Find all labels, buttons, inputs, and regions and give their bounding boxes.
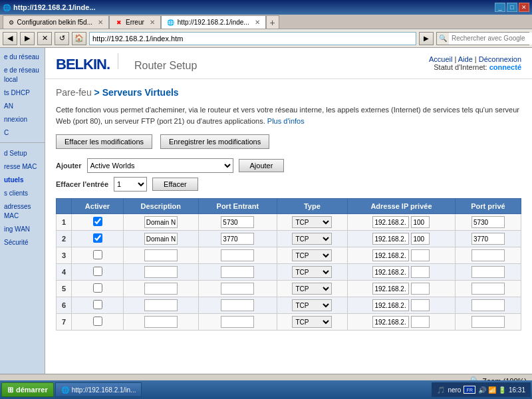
row-port-priv-4[interactable] [455,281,521,297]
search-input[interactable] [449,33,532,45]
taskbar-item-browser[interactable]: 🌐 http://192.168.2.1/in... [55,382,142,397]
sidebar-item-setup[interactable]: d Setup [0,147,45,160]
port-in-input-6[interactable] [221,316,254,328]
row-port-in-5[interactable] [198,297,277,314]
nav-accueil[interactable]: Accueil [429,55,452,63]
ip-input-5[interactable] [372,299,409,311]
ip-input-0[interactable] [372,216,409,228]
row-desc-3[interactable] [123,264,198,281]
port-in-input-0[interactable] [221,216,254,228]
row-ip-2[interactable] [348,247,456,264]
sidebar-item-network[interactable]: e du réseau [0,51,45,64]
sidebar-item-mac-addrs[interactable]: adresses MAC [0,200,45,223]
row-port-priv-6[interactable] [455,314,521,331]
port-priv-input-0[interactable] [471,216,505,228]
sidebar-item-clients[interactable]: s clients [0,187,45,200]
ip-input-4[interactable] [372,283,409,295]
ip-last-input-3[interactable] [411,266,430,278]
row-type-3[interactable]: TCP UDP Both [277,264,347,281]
row-ip-5[interactable] [348,297,456,314]
row-ip-3[interactable] [348,264,456,281]
clear-button[interactable]: Effacer les modifications [56,134,152,149]
activer-checkbox-3[interactable] [93,267,102,276]
port-priv-input-5[interactable] [471,299,505,311]
tab-1[interactable]: ✖ Erreur ✕ [109,15,161,29]
row-ip-6[interactable] [348,314,456,331]
sidebar-item-lan[interactable]: e de réseau local [0,64,45,86]
nav-deconnexion[interactable]: Déconnexion [479,55,521,63]
new-tab-button[interactable]: + [266,15,279,29]
row-port-in-2[interactable] [198,247,277,264]
close-button[interactable]: ✕ [519,3,529,12]
add-entry-button[interactable]: Ajouter [239,159,285,172]
sidebar-item-wan[interactable]: AN [0,100,45,113]
ip-last-input-0[interactable] [411,216,430,228]
delete-entry-button[interactable]: Effacer [152,178,198,191]
row-desc-1[interactable] [123,231,198,247]
back-button[interactable]: ◀ [3,32,17,45]
maximize-button[interactable]: □ [507,3,517,12]
type-select-0[interactable]: TCP UDP Both [292,216,332,228]
ip-last-input-2[interactable] [411,249,430,261]
start-button[interactable]: ⊞ démarrer [1,382,54,397]
description-input-2[interactable] [144,249,178,261]
row-ip-0[interactable] [348,214,456,231]
port-priv-input-1[interactable] [471,233,505,245]
type-select-5[interactable]: TCP UDP Both [292,299,332,311]
ip-input-6[interactable] [372,316,409,328]
row-desc-2[interactable] [123,247,198,264]
ip-input-3[interactable] [372,266,409,278]
activer-checkbox-5[interactable] [93,300,102,309]
tab-2[interactable]: 🌐 http://192.168.2.1/inde... ✕ [161,15,266,29]
row-port-priv-5[interactable] [455,297,521,314]
activer-checkbox-4[interactable] [93,283,102,293]
port-priv-input-3[interactable] [471,266,505,278]
row-port-in-0[interactable] [198,214,277,231]
sidebar-item-dhcp[interactable]: ts DHCP [0,86,45,100]
row-port-priv-2[interactable] [455,247,521,264]
row-desc-4[interactable] [123,281,198,297]
description-input-5[interactable] [144,299,178,311]
ip-last-input-6[interactable] [411,316,430,328]
row-ip-1[interactable] [348,231,456,247]
type-select-6[interactable]: TCP UDP Both [292,316,332,328]
type-select-2[interactable]: TCP UDP Both [292,249,332,261]
activer-checkbox-6[interactable] [93,317,102,326]
nav-aide[interactable]: Aide [458,55,473,63]
home-button[interactable]: 🏠 [72,32,86,45]
window-controls[interactable]: _ □ ✕ [495,3,529,12]
port-in-input-4[interactable] [221,283,254,295]
row-ip-4[interactable] [348,281,456,297]
row-port-in-4[interactable] [198,281,277,297]
port-priv-input-2[interactable] [471,249,505,261]
ip-last-input-5[interactable] [411,299,430,311]
ip-last-input-1[interactable] [411,233,430,245]
row-desc-5[interactable] [123,297,198,314]
tab-close-0[interactable]: ✕ [98,19,103,26]
type-select-1[interactable]: TCP UDP Both [292,233,332,245]
activer-checkbox-2[interactable] [93,250,102,259]
row-port-in-3[interactable] [198,264,277,281]
activer-checkbox-0[interactable] [93,217,102,226]
row-port-priv-3[interactable] [455,264,521,281]
sidebar-item-c[interactable]: C [0,126,45,140]
language-flag[interactable]: FR [464,386,475,394]
tab-0[interactable]: ⚙ Configuration belkin f5d... ✕ [3,15,109,29]
activer-checkbox-1[interactable] [93,233,102,243]
row-checkbox-5[interactable] [72,297,123,314]
port-priv-input-6[interactable] [471,316,505,328]
go-button[interactable]: ▶ [419,32,434,45]
row-checkbox-3[interactable] [72,264,123,281]
sidebar-item-wan2[interactable]: ing WAN [0,223,45,236]
stop-button[interactable]: ✕ [37,32,52,45]
ip-last-input-4[interactable] [411,283,430,295]
row-port-in-1[interactable] [198,231,277,247]
port-in-input-3[interactable] [221,266,254,278]
ip-input-2[interactable] [372,249,409,261]
minimize-button[interactable]: _ [495,3,505,12]
sidebar-item-mac-addr[interactable]: resse MAC [0,160,45,174]
row-checkbox-0[interactable] [72,214,123,231]
row-type-0[interactable]: TCP UDP Both [277,214,347,231]
more-info-link[interactable]: Plus d'infos [267,117,305,125]
description-input-4[interactable] [144,283,178,295]
